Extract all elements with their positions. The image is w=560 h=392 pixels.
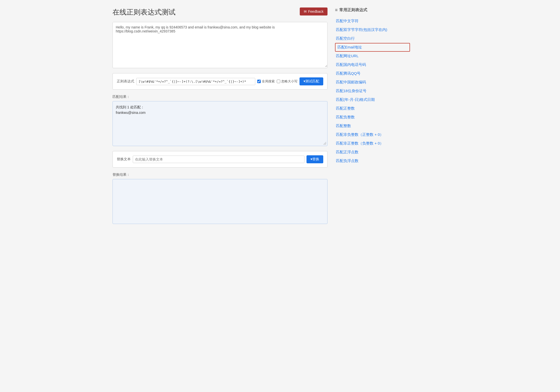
sidebar-item-match-positive-int[interactable]: 匹配正整数 [335, 104, 410, 113]
sidebar-item-match-chinese[interactable]: 匹配中文字符 [335, 17, 410, 25]
page-header: 在线正则表达式测试 ✉ Feedback [112, 7, 328, 17]
ignore-case-checkbox[interactable] [277, 80, 280, 83]
replace-section: 替换文本 ▾替换 [112, 151, 328, 168]
text-input[interactable] [113, 22, 327, 67]
regex-section: 正则表达式 全局搜索 忽略大小写 ▾测试匹配 [112, 73, 328, 90]
text-input-section [112, 22, 328, 68]
page-title: 在线正则表达式测试 [112, 7, 176, 17]
ignore-case-label[interactable]: 忽略大小写 [277, 79, 298, 84]
global-search-label[interactable]: 全局搜索 [257, 79, 275, 84]
sidebar-item-match-negative-int[interactable]: 匹配负整数 [335, 113, 410, 122]
sidebar-item-match-phone[interactable]: 匹配国内电话号码 [335, 60, 410, 69]
sidebar-item-match-email[interactable]: 匹配Email地址 [335, 43, 410, 52]
replace-result-label: 替换结果： [112, 173, 328, 177]
match-result-area: 共找到 1 处匹配： frankwu@sina.com [112, 101, 328, 146]
replace-label: 替换文本 [117, 157, 131, 162]
replace-input[interactable] [133, 156, 304, 163]
sidebar-item-match-non-positive[interactable]: 匹配非正整数（负整数 + 0） [335, 139, 410, 148]
sidebar-item-match-url[interactable]: 匹配网址URL [335, 52, 410, 60]
regex-input[interactable] [136, 78, 255, 85]
regex-label: 正则表达式 [117, 79, 134, 84]
match-value: frankwu@sina.com [116, 110, 324, 115]
match-result-label: 匹配结果： [112, 95, 328, 99]
sidebar-item-match-blank-line[interactable]: 匹配空白行 [335, 34, 410, 43]
sidebar-item-match-integer[interactable]: 匹配整数 [335, 122, 410, 130]
sidebar-item-match-negative-float[interactable]: 匹配负浮点数 [335, 157, 410, 165]
envelope-icon: ✉ [304, 9, 307, 13]
match-count: 共找到 1 处匹配： [116, 104, 324, 110]
replace-result-area [112, 179, 328, 224]
feedback-button[interactable]: ✉ Feedback [300, 7, 328, 15]
replace-button[interactable]: ▾替换 [306, 155, 323, 163]
sidebar-item-match-id[interactable]: 匹配18位身份证号 [335, 87, 410, 95]
sidebar-header: 常用正则表达式 [335, 7, 410, 13]
sidebar-item-match-qq[interactable]: 匹配腾讯QQ号 [335, 69, 410, 78]
sidebar-item-match-non-negative[interactable]: 匹配非负整数（正整数 + 0） [335, 130, 410, 139]
sidebar-item-match-positive-float[interactable]: 匹配正浮点数 [335, 148, 410, 157]
resize-handle-icon [323, 142, 326, 145]
test-match-button[interactable]: ▾测试匹配 [300, 77, 323, 85]
sidebar-item-match-date[interactable]: 匹配(年-月-日)格式日期 [335, 95, 410, 104]
regex-options: 全局搜索 忽略大小写 [257, 79, 298, 84]
sidebar-item-match-postcode[interactable]: 匹配中国邮政编码 [335, 78, 410, 87]
sidebar: 常用正则表达式 匹配中文字符匹配双字节字符(包括汉字在内)匹配空白行匹配Emai… [335, 7, 410, 385]
sidebar-items-container: 匹配中文字符匹配双字节字符(包括汉字在内)匹配空白行匹配Email地址匹配网址U… [335, 17, 410, 165]
sidebar-item-match-double-byte[interactable]: 匹配双字节字符(包括汉字在内) [335, 25, 410, 34]
global-search-checkbox[interactable] [257, 80, 261, 83]
